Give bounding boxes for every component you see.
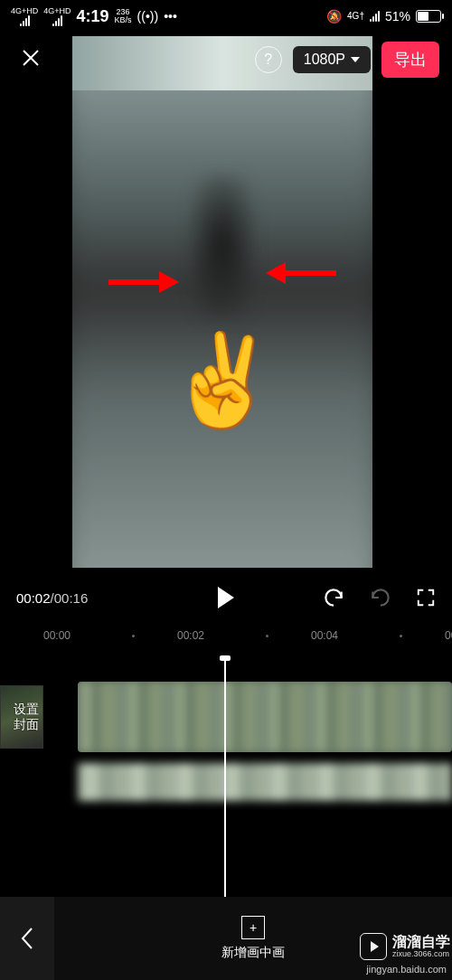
brand-watermark: 溜溜自学 zixue.3066.com xyxy=(360,933,450,960)
timecode-total: 00:16 xyxy=(54,590,89,606)
ruler-tick: 00:00 xyxy=(0,627,69,651)
status-left: 4G+HD 4G+HD 4:19 236 KB/s ((•)) ••• xyxy=(11,7,177,26)
help-button[interactable]: ? xyxy=(255,46,282,73)
export-label: 导出 xyxy=(394,51,427,69)
victory-hand-emoji: ✌️ xyxy=(166,335,279,425)
resolution-selector[interactable]: 1080P xyxy=(293,46,371,73)
brand-logo-icon xyxy=(360,933,387,960)
fullscreen-button[interactable] xyxy=(416,588,436,608)
video-preview[interactable]: ✌️ xyxy=(72,36,372,568)
resolution-label: 1080P xyxy=(304,52,345,68)
more-icon: ••• xyxy=(164,9,177,24)
net-speed: 236 KB/s xyxy=(115,8,132,24)
editor-top-bar: ? 1080P 导出 xyxy=(0,33,452,87)
cover-line2: 封面 xyxy=(14,717,39,732)
video-frames-strip xyxy=(78,682,452,752)
source-url: jingyan.baidu.com xyxy=(366,964,447,975)
timecode-current: 00:02 xyxy=(16,590,51,606)
sim1-indicator: 4G+HD xyxy=(11,7,38,26)
preview-subject-blur xyxy=(191,174,254,319)
undo-button[interactable] xyxy=(322,586,345,609)
video-track-clip[interactable] xyxy=(78,682,452,752)
playhead[interactable] xyxy=(224,656,226,900)
playback-controls: 00:02/00:16 xyxy=(0,577,452,618)
chevron-left-icon xyxy=(20,927,34,950)
add-icon: + xyxy=(241,916,265,939)
battery-icon xyxy=(416,10,441,23)
cover-line1: 设置 xyxy=(14,702,39,717)
signal-bars-icon xyxy=(52,15,62,26)
timecode: 00:02/00:16 xyxy=(16,590,88,606)
play-icon xyxy=(218,587,234,608)
ruler-tick: 00: xyxy=(336,627,452,651)
pip-track-clip[interactable] xyxy=(78,763,452,801)
signal-bars-icon xyxy=(370,11,380,22)
signal-bars-icon xyxy=(20,15,30,26)
hotspot-icon: ((•)) xyxy=(137,9,159,24)
close-button[interactable] xyxy=(13,46,49,74)
play-button[interactable] xyxy=(218,587,234,608)
add-pip-label: 新增画中画 xyxy=(221,945,285,961)
dnd-icon: 🔕 xyxy=(326,9,342,24)
chevron-down-icon xyxy=(351,57,360,62)
net3-label: 4G† xyxy=(347,12,364,21)
redo-button[interactable] xyxy=(369,586,392,609)
ruler-tick: 00:02 xyxy=(69,627,202,651)
sim2-indicator: 4G+HD xyxy=(43,7,71,26)
close-icon xyxy=(21,48,41,68)
back-button[interactable] xyxy=(0,897,54,980)
clock: 4:19 xyxy=(77,7,109,26)
status-right: 🔕 4G† 51% xyxy=(326,9,441,24)
ruler-tick: 00:04 xyxy=(202,627,336,651)
sim2-label: 4G+HD xyxy=(43,7,71,15)
sim1-label: 4G+HD xyxy=(11,7,38,15)
help-icon: ? xyxy=(264,52,272,68)
brand-sub: zixue.3066.com xyxy=(392,950,450,959)
battery-pct: 51% xyxy=(385,9,410,24)
timeline-ruler[interactable]: 00:00 00:02 00:04 00: xyxy=(0,627,452,651)
status-bar: 4G+HD 4G+HD 4:19 236 KB/s ((•)) ••• 🔕 4G… xyxy=(0,0,452,33)
export-button[interactable]: 导出 xyxy=(381,42,439,78)
brand-name: 溜溜自学 xyxy=(392,934,450,950)
cover-button[interactable]: 设置 封面 xyxy=(0,685,43,749)
